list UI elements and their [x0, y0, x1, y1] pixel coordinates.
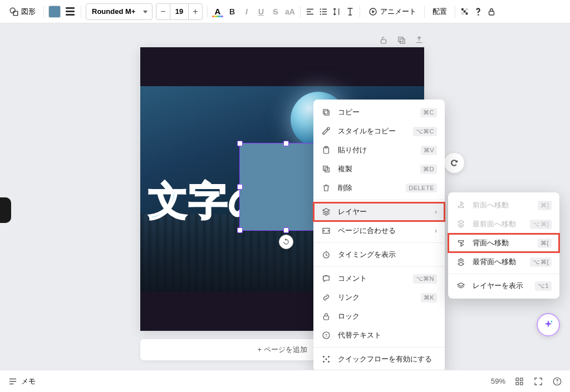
menu-item-back[interactable]: 最背面へ移動⌥⌘[: [448, 252, 559, 271]
animate-button[interactable]: アニメート: [365, 4, 420, 19]
back-icon: [456, 257, 466, 267]
underline-button[interactable]: U: [255, 7, 267, 16]
resize-handle-tm[interactable]: [283, 141, 289, 146]
menu-item-timing[interactable]: タイミングを表示: [313, 245, 445, 264]
menu-item-backward[interactable]: 背面へ移動⌘[: [448, 234, 559, 252]
svg-rect-14: [400, 39, 405, 43]
resize-handle-bl[interactable]: [237, 227, 243, 233]
duplicate-page-icon[interactable]: [396, 35, 406, 45]
menu-item-style[interactable]: スタイルをコピー⌥⌘C: [313, 122, 445, 141]
font-size-decrease[interactable]: −: [156, 7, 170, 17]
menu-item-lock[interactable]: ロック: [313, 307, 445, 326]
svg-point-31: [328, 361, 330, 363]
duplicate-icon: [321, 164, 331, 174]
svg-point-3: [320, 11, 321, 12]
menu-shortcut: ⌥1: [535, 281, 552, 291]
font-size-increase[interactable]: +: [189, 7, 202, 17]
spacing-icon[interactable]: [332, 7, 342, 17]
menu-item-show[interactable]: レイヤーを表示⌥1: [448, 276, 559, 295]
svg-rect-10: [466, 12, 468, 14]
svg-point-15: [551, 321, 553, 322]
regenerate-button[interactable]: [444, 153, 464, 173]
animate-label: アニメート: [380, 7, 416, 17]
svg-point-0: [10, 8, 15, 13]
menu-item-trash[interactable]: 削除DELETE: [313, 178, 445, 197]
menu-shortcut: ⌘]: [538, 201, 552, 210]
grid-view-icon[interactable]: [514, 376, 524, 386]
front-icon: [456, 219, 466, 229]
italic-button[interactable]: I: [241, 7, 252, 16]
menu-label: コピー: [338, 107, 414, 117]
font-size-value[interactable]: 19: [170, 4, 189, 19]
shape-tool[interactable]: 図形: [6, 4, 39, 19]
menu-item-duplicate[interactable]: 複製⌘D: [313, 160, 445, 178]
flow-icon: [321, 354, 331, 364]
page-actions: [379, 35, 424, 45]
transparency-icon[interactable]: [460, 7, 470, 17]
rotate-icon: [282, 238, 290, 246]
trash-icon: [321, 183, 331, 193]
fill-color-swatch[interactable]: [48, 6, 61, 18]
svg-point-29: [328, 356, 330, 358]
svg-point-28: [323, 356, 325, 358]
chevron-right-icon: ›: [435, 208, 437, 216]
resize-handle-ml[interactable]: [237, 184, 243, 190]
menu-separator: [448, 274, 559, 274]
align-icon[interactable]: [305, 7, 315, 17]
fullscreen-icon[interactable]: [533, 376, 543, 386]
svg-rect-1: [13, 11, 18, 16]
menu-shortcut: ⌘D: [420, 165, 437, 174]
info-icon[interactable]: [473, 7, 483, 17]
left-edge-tab[interactable]: [0, 197, 11, 223]
list-icon[interactable]: [318, 7, 328, 17]
upload-page-icon[interactable]: [414, 35, 424, 45]
menu-item-fit[interactable]: ページに合わせる›: [313, 221, 445, 240]
menu-label: リンク: [338, 292, 414, 302]
menu-shortcut: ⌥⌘]: [530, 220, 552, 229]
svg-rect-33: [516, 378, 519, 381]
lock-icon[interactable]: [487, 7, 497, 17]
menu-item-flow[interactable]: クイックフローを有効にする: [313, 350, 445, 369]
notes-icon[interactable]: [8, 376, 18, 386]
menu-label: スタイルをコピー: [338, 126, 406, 136]
menu-label: 背面へ移動: [473, 238, 531, 248]
menu-shortcut: DELETE: [406, 183, 437, 192]
menu-item-link[interactable]: リンク⌘K: [313, 288, 445, 307]
ai-assistant-fab[interactable]: [537, 313, 560, 336]
menu-label: 代替テキスト: [338, 330, 437, 340]
notes-label[interactable]: メモ: [21, 376, 36, 386]
fit-icon: [321, 226, 331, 236]
menu-separator: [313, 266, 445, 267]
strikethrough-button[interactable]: S: [270, 7, 281, 16]
zoom-level[interactable]: 59%: [491, 377, 505, 385]
animate-icon: [368, 7, 378, 17]
text-color-button[interactable]: A: [212, 7, 223, 16]
menu-shortcut: ⌘C: [420, 108, 437, 117]
lock-icon: [321, 311, 331, 321]
bold-button[interactable]: B: [227, 7, 238, 16]
menu-label: ロック: [338, 311, 437, 321]
svg-point-30: [323, 361, 325, 363]
border-style-icon[interactable]: [64, 6, 76, 18]
vertical-text-icon[interactable]: [345, 7, 355, 17]
help-icon[interactable]: [552, 376, 562, 386]
menu-item-paste[interactable]: 貼り付け⌘V: [313, 141, 445, 160]
svg-rect-12: [381, 39, 386, 43]
font-family-select[interactable]: Rounded M+: [86, 3, 153, 20]
menu-item-comment[interactable]: コメント⌥⌘N: [313, 269, 445, 288]
menu-label: クイックフローを有効にする: [338, 354, 437, 364]
unlock-page-icon[interactable]: [379, 35, 389, 45]
svg-rect-11: [489, 11, 494, 15]
rotate-handle[interactable]: [279, 235, 293, 249]
svg-rect-25: [324, 316, 329, 320]
menu-item-layers[interactable]: レイヤー›: [313, 202, 445, 221]
menu-item-copy[interactable]: コピー⌘C: [313, 103, 445, 122]
position-button[interactable]: 配置: [429, 4, 450, 19]
menu-shortcut: ⌥⌘[: [530, 257, 552, 267]
style-icon: [321, 126, 331, 136]
menu-shortcut: ⌘K: [421, 293, 437, 302]
text-case-button[interactable]: aA: [284, 7, 296, 16]
resize-handle-bm[interactable]: [283, 227, 289, 233]
menu-item-alt[interactable]: T代替テキスト: [313, 326, 445, 345]
resize-handle-tl[interactable]: [237, 141, 243, 146]
